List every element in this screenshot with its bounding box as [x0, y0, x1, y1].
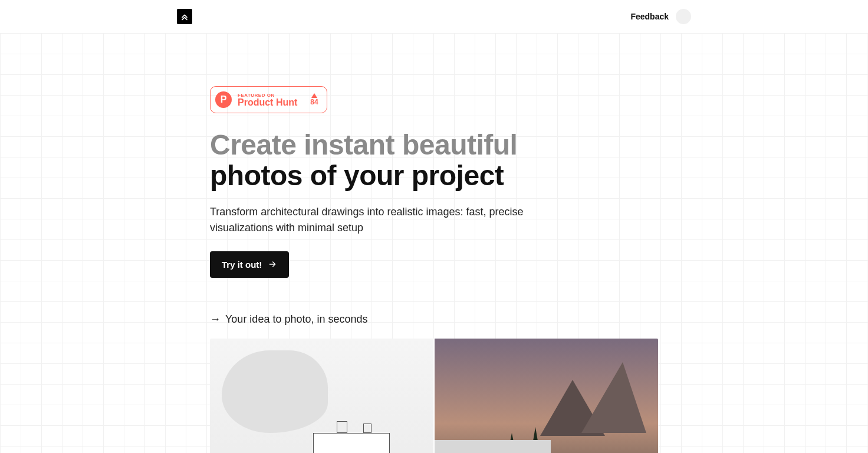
- headline-line-2: photos of your project: [210, 160, 658, 191]
- tagline-arrow: →: [210, 313, 221, 326]
- render-house: [434, 439, 646, 453]
- site-logo[interactable]: [177, 9, 192, 24]
- tagline-text: Your idea to photo, in seconds: [225, 313, 368, 326]
- comparison-before: [210, 339, 434, 453]
- header-right: Feedback: [630, 9, 691, 24]
- product-hunt-text: FEATURED ON Product Hunt: [238, 93, 297, 107]
- tagline: → Your idea to photo, in seconds: [210, 313, 658, 326]
- product-hunt-upvotes: 84: [310, 93, 318, 106]
- cta-label: Try it out!: [222, 260, 262, 270]
- avatar[interactable]: [676, 9, 691, 24]
- headline-line-1: Create instant beautiful: [210, 130, 658, 160]
- arrow-right-icon: [268, 260, 277, 269]
- feedback-link[interactable]: Feedback: [630, 12, 669, 21]
- wireframe-mountain: [222, 350, 328, 433]
- render-mountain-peak: [581, 362, 646, 433]
- main-content: P FEATURED ON Product Hunt 84 Create ins…: [210, 33, 658, 453]
- hero-headline: Create instant beautiful photos of your …: [210, 130, 658, 191]
- upvote-triangle-icon: [311, 93, 317, 98]
- site-header: Feedback: [0, 0, 868, 33]
- product-hunt-name: Product Hunt: [238, 98, 297, 107]
- product-hunt-badge[interactable]: P FEATURED ON Product Hunt 84: [210, 86, 327, 113]
- logo-chevrons-icon: [180, 12, 189, 21]
- comparison-after: [434, 339, 658, 453]
- wireframe-house: [281, 427, 434, 453]
- try-it-out-button[interactable]: Try it out!: [210, 251, 289, 278]
- product-hunt-logo-icon: P: [215, 91, 232, 108]
- before-after-comparison[interactable]: [210, 339, 658, 453]
- hero-subheading: Transform architectural drawings into re…: [210, 204, 576, 236]
- upvote-count: 84: [310, 98, 318, 106]
- comparison-divider: [433, 339, 435, 453]
